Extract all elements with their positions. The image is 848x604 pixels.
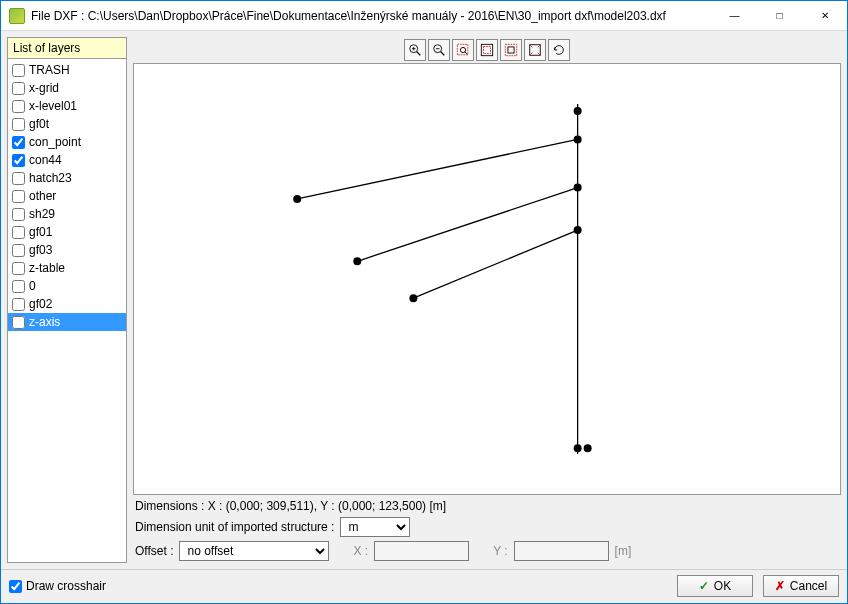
offset-x-label: X : [353, 544, 368, 558]
canvas[interactable] [133, 63, 841, 495]
layer-checkbox[interactable] [12, 82, 25, 95]
layer-item[interactable]: TRASH [8, 61, 126, 79]
draw-crosshair-label[interactable]: Draw crosshair [9, 579, 106, 593]
layer-item[interactable]: z-axis [8, 313, 126, 331]
dialog-window: File DXF : C:\Users\Dan\Dropbox\Práce\Fi… [0, 0, 848, 604]
check-icon: ✓ [699, 579, 709, 593]
maximize-button[interactable]: □ [757, 1, 802, 30]
ok-button[interactable]: ✓ OK [677, 575, 753, 597]
svg-rect-13 [508, 47, 514, 53]
window-title: File DXF : C:\Users\Dan\Dropbox\Práce\Fi… [31, 9, 712, 23]
cross-icon: ✗ [775, 579, 785, 593]
zoom-out-button[interactable] [428, 39, 450, 61]
svg-point-31 [409, 294, 417, 302]
svg-line-1 [417, 52, 421, 56]
fit-data-button[interactable] [476, 39, 498, 61]
close-button[interactable]: ✕ [802, 1, 847, 30]
layer-label: x-grid [29, 81, 59, 95]
layer-item[interactable]: 0 [8, 277, 126, 295]
footer: Draw crosshair ✓ OK ✗ Cancel [1, 569, 847, 603]
fit-selection-button[interactable] [500, 39, 522, 61]
fit-selection-icon [504, 43, 518, 57]
offset-y-input [514, 541, 609, 561]
svg-point-30 [353, 257, 361, 265]
draw-crosshair-checkbox[interactable] [9, 580, 22, 593]
svg-point-24 [574, 135, 582, 143]
offset-select[interactable]: no offset [179, 541, 329, 561]
svg-line-5 [441, 52, 445, 56]
layer-checkbox[interactable] [12, 280, 25, 293]
client-area: List of layers TRASHx-gridx-level01gf0tc… [1, 31, 847, 569]
layer-label: x-level01 [29, 99, 77, 113]
fit-data-icon [480, 43, 494, 57]
layer-label: gf03 [29, 243, 52, 257]
minimize-button[interactable]: — [712, 1, 757, 30]
layer-checkbox[interactable] [12, 298, 25, 311]
layer-label: sh29 [29, 207, 55, 221]
layer-checkbox[interactable] [12, 154, 25, 167]
layer-label: z-table [29, 261, 65, 275]
layer-checkbox[interactable] [12, 64, 25, 77]
layer-checkbox[interactable] [12, 244, 25, 257]
layer-checkbox[interactable] [12, 118, 25, 131]
layer-label: 0 [29, 279, 36, 293]
layer-label: z-axis [29, 315, 60, 329]
svg-point-26 [574, 226, 582, 234]
layer-item[interactable]: gf02 [8, 295, 126, 313]
unit-row: Dimension unit of imported structure : m [133, 515, 841, 539]
app-icon [9, 8, 25, 24]
layer-checkbox[interactable] [12, 262, 25, 275]
fit-all-icon [528, 43, 542, 57]
layer-item[interactable]: z-table [8, 259, 126, 277]
svg-rect-10 [481, 44, 492, 55]
layer-item[interactable]: sh29 [8, 205, 126, 223]
svg-point-28 [584, 444, 592, 452]
layer-checkbox[interactable] [12, 172, 25, 185]
layer-item[interactable]: con_point [8, 133, 126, 151]
layer-label: gf02 [29, 297, 52, 311]
toolbar [133, 37, 841, 63]
layer-label: hatch23 [29, 171, 72, 185]
layer-item[interactable]: x-grid [8, 79, 126, 97]
layer-item[interactable]: gf0t [8, 115, 126, 133]
svg-line-22 [413, 230, 577, 298]
layer-item[interactable]: con44 [8, 151, 126, 169]
layer-checkbox[interactable] [12, 100, 25, 113]
titlebar: File DXF : C:\Users\Dan\Dropbox\Práce\Fi… [1, 1, 847, 31]
dimensions-text: Dimensions : X : (0,000; 309,511), Y : (… [133, 495, 841, 515]
unit-label: Dimension unit of imported structure : [135, 520, 334, 534]
zoom-window-button[interactable] [452, 39, 474, 61]
cancel-button[interactable]: ✗ Cancel [763, 575, 839, 597]
layer-item[interactable]: x-level01 [8, 97, 126, 115]
svg-point-23 [574, 107, 582, 115]
layer-label: gf01 [29, 225, 52, 239]
svg-rect-11 [484, 47, 491, 54]
layer-list[interactable]: TRASHx-gridx-level01gf0tcon_pointcon44ha… [7, 58, 127, 563]
svg-point-27 [574, 444, 582, 452]
layer-item[interactable]: other [8, 187, 126, 205]
layer-label: gf0t [29, 117, 49, 131]
layer-label: con_point [29, 135, 81, 149]
layer-item[interactable]: hatch23 [8, 169, 126, 187]
svg-rect-12 [505, 44, 516, 55]
sidebar-header: List of layers [7, 37, 127, 58]
layer-checkbox[interactable] [12, 316, 25, 329]
offset-unit: [m] [615, 544, 632, 558]
chart-svg [134, 64, 840, 494]
layer-item[interactable]: gf01 [8, 223, 126, 241]
refresh-button[interactable] [548, 39, 570, 61]
zoom-out-icon [432, 43, 446, 57]
zoom-window-icon [456, 43, 470, 57]
layer-checkbox[interactable] [12, 136, 25, 149]
layer-checkbox[interactable] [12, 226, 25, 239]
fit-all-button[interactable] [524, 39, 546, 61]
zoom-in-button[interactable] [404, 39, 426, 61]
layer-checkbox[interactable] [12, 208, 25, 221]
main-panel: Dimensions : X : (0,000; 309,511), Y : (… [133, 37, 841, 563]
layer-item[interactable]: gf03 [8, 241, 126, 259]
unit-select[interactable]: m [340, 517, 410, 537]
sidebar: List of layers TRASHx-gridx-level01gf0tc… [7, 37, 127, 563]
svg-line-21 [357, 188, 577, 262]
offset-y-label: Y : [493, 544, 507, 558]
layer-checkbox[interactable] [12, 190, 25, 203]
